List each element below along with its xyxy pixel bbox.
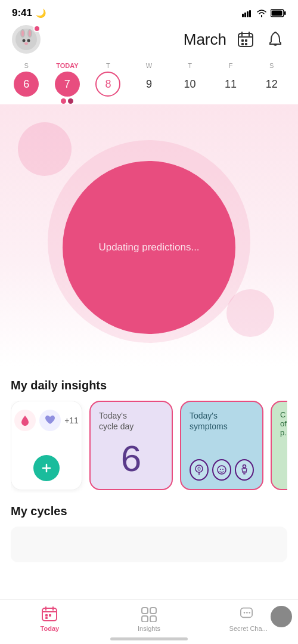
month-label: March bbox=[184, 30, 226, 49]
svg-point-28 bbox=[218, 466, 226, 474]
heart-icon bbox=[44, 414, 57, 427]
calendar-icon bbox=[237, 31, 254, 48]
insights-title: My daily insights bbox=[11, 379, 287, 392]
day-name-f: F bbox=[229, 62, 233, 69]
day-num-12[interactable]: 12 bbox=[259, 72, 284, 97]
svg-point-7 bbox=[15, 29, 37, 50]
svg-point-13 bbox=[27, 39, 30, 42]
cards-row: +11 Today'scycle day 6 Today'ssymptoms bbox=[11, 401, 287, 493]
avatar-notification-badge bbox=[33, 25, 41, 32]
svg-point-10 bbox=[21, 30, 24, 36]
day-col-10[interactable]: T 10 bbox=[173, 62, 207, 104]
blood-icon-container bbox=[14, 410, 36, 431]
svg-rect-6 bbox=[284, 11, 286, 15]
day-name-t2: T bbox=[188, 62, 192, 69]
day-num-10[interactable]: 10 bbox=[178, 72, 203, 97]
svg-rect-39 bbox=[142, 608, 148, 614]
main-circle-text: Updating predictions... bbox=[98, 242, 199, 253]
calendar-strip: S 6 TODAY 7 T 8 W 9 T 10 bbox=[0, 60, 298, 104]
bell-icon bbox=[268, 31, 283, 48]
bg-circle-small-br bbox=[226, 289, 274, 337]
status-icons bbox=[242, 9, 286, 17]
notification-button[interactable] bbox=[265, 29, 286, 50]
day-col-6[interactable]: S 6 bbox=[9, 62, 44, 104]
day-col-7[interactable]: TODAY 7 bbox=[50, 62, 85, 104]
day-num-8[interactable]: 8 bbox=[95, 72, 120, 97]
heart-dot-2 bbox=[68, 98, 73, 104]
calendar-button[interactable] bbox=[235, 29, 256, 50]
insights-icon bbox=[141, 606, 157, 622]
svg-point-46 bbox=[249, 612, 250, 614]
day-col-11[interactable]: F 11 bbox=[213, 62, 248, 104]
main-circle[interactable]: Updating predictions... bbox=[63, 161, 235, 334]
add-icons-row: +11 bbox=[14, 410, 79, 431]
secret-chat-avatar bbox=[271, 606, 292, 627]
secret-chat-nav-icon bbox=[240, 606, 257, 623]
symptom-icon-2 bbox=[212, 459, 231, 481]
svg-rect-21 bbox=[241, 43, 244, 45]
next-card-label: Cofp... bbox=[280, 410, 287, 437]
svg-point-14 bbox=[24, 42, 28, 45]
day-name-today: TODAY bbox=[56, 62, 78, 69]
nav-today[interactable]: Today bbox=[0, 606, 100, 632]
today-nav-icon bbox=[41, 606, 58, 623]
day-name-s2: S bbox=[269, 62, 274, 69]
symptoms-card[interactable]: Today'ssymptoms bbox=[180, 401, 263, 490]
avatar[interactable] bbox=[12, 25, 41, 54]
avatar-image bbox=[15, 29, 37, 50]
svg-rect-5 bbox=[272, 11, 283, 16]
home-indicator bbox=[110, 637, 188, 640]
svg-point-12 bbox=[23, 39, 26, 42]
cycle-day-card[interactable]: Today'scycle day 6 bbox=[89, 401, 173, 490]
svg-point-29 bbox=[220, 469, 221, 470]
secret-chat-nav-label: Secret Cha... bbox=[229, 625, 268, 632]
svg-rect-37 bbox=[49, 614, 51, 617]
svg-rect-40 bbox=[150, 608, 156, 614]
cycle-day-title: Today'scycle day bbox=[99, 410, 163, 432]
svg-rect-19 bbox=[241, 39, 244, 42]
svg-rect-41 bbox=[142, 616, 148, 622]
day-num-9[interactable]: 9 bbox=[136, 72, 162, 97]
bg-circle-small-tl bbox=[18, 122, 72, 176]
day-name-t1: T bbox=[106, 62, 110, 69]
svg-rect-20 bbox=[245, 39, 247, 42]
svg-rect-3 bbox=[249, 10, 251, 17]
day-col-8[interactable]: T 8 bbox=[91, 62, 125, 104]
day-col-12[interactable]: S 12 bbox=[254, 62, 289, 104]
insights-nav-label: Insights bbox=[138, 625, 160, 632]
day-num-11[interactable]: 11 bbox=[218, 72, 243, 97]
blood-drop-icon bbox=[18, 414, 32, 427]
nav-secret-chat[interactable]: Secret Cha... bbox=[198, 606, 298, 632]
svg-rect-0 bbox=[242, 14, 244, 17]
battery-icon bbox=[271, 9, 286, 17]
cycles-section: My cycles bbox=[0, 493, 298, 562]
symptom-icon-1 bbox=[190, 459, 209, 481]
day-num-7[interactable]: 7 bbox=[55, 72, 80, 97]
svg-point-45 bbox=[246, 612, 248, 614]
svg-point-25 bbox=[195, 465, 203, 472]
add-button[interactable] bbox=[33, 455, 60, 481]
insights-nav-icon bbox=[141, 606, 157, 623]
day-col-9[interactable]: W 9 bbox=[132, 62, 166, 104]
add-card[interactable]: +11 bbox=[11, 401, 82, 490]
header-right: March bbox=[184, 29, 286, 50]
wifi-icon bbox=[256, 9, 267, 17]
svg-point-44 bbox=[243, 612, 245, 614]
nav-insights[interactable]: Insights bbox=[100, 606, 199, 632]
circle-area: Updating predictions... bbox=[0, 104, 298, 367]
svg-point-31 bbox=[243, 465, 246, 468]
add-count: +11 bbox=[64, 416, 79, 425]
moon-icon: 🌙 bbox=[36, 8, 46, 18]
cycle-day-number: 6 bbox=[99, 436, 163, 481]
signal-icon bbox=[242, 9, 253, 17]
next-card[interactable]: Cofp... bbox=[271, 401, 287, 490]
day-num-6[interactable]: 6 bbox=[14, 72, 39, 97]
heart-dot-1 bbox=[61, 98, 66, 104]
svg-rect-36 bbox=[45, 614, 48, 617]
day-hearts-7 bbox=[61, 98, 73, 104]
symptoms-title: Today'ssymptoms bbox=[190, 410, 254, 432]
svg-point-11 bbox=[29, 30, 31, 36]
symptom-icon-3 bbox=[235, 459, 254, 481]
svg-rect-1 bbox=[244, 13, 246, 17]
cycles-preview bbox=[11, 527, 287, 562]
